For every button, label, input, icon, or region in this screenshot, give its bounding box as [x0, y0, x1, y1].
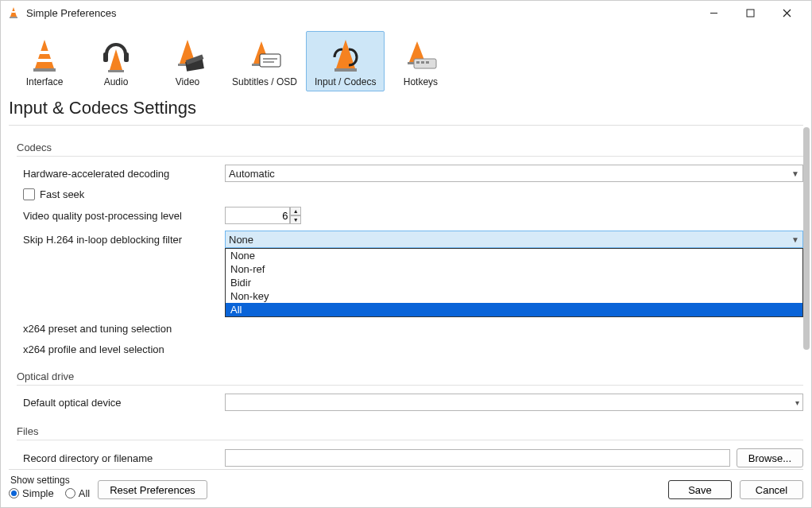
vqpp-label: Video quality post-processing level: [23, 210, 225, 222]
footer: Show settings Simple All Reset Preferenc…: [1, 470, 811, 507]
chevron-down-icon: ▼: [791, 169, 799, 178]
svg-rect-30: [421, 61, 424, 64]
category-label: Input / Codecs: [315, 76, 376, 87]
hotkeys-cone-icon: [401, 37, 439, 75]
optical-device-combo[interactable]: ▾: [225, 394, 803, 411]
skip-option-nonkey[interactable]: Non-key: [226, 289, 802, 303]
show-simple-label: Simple: [22, 487, 54, 499]
category-label: Interface: [26, 76, 64, 87]
svg-rect-4: [747, 10, 754, 17]
skip-filter-combo[interactable]: None ▼: [225, 231, 803, 248]
svg-rect-12: [124, 52, 129, 62]
subtitle-cone-icon: [246, 37, 284, 75]
svg-rect-9: [40, 51, 49, 54]
page-title: Input & Codecs Settings: [1, 91, 811, 122]
skip-option-none[interactable]: None: [226, 249, 802, 262]
hw-decode-value: Automatic: [229, 168, 275, 180]
checkbox-box: [23, 188, 35, 200]
category-label: Hotkeys: [404, 76, 438, 87]
clapboard-cone-icon: [168, 37, 207, 75]
svg-rect-1: [10, 17, 17, 18]
skip-option-all[interactable]: All: [226, 303, 802, 316]
window-title: Simple Preferences: [26, 7, 695, 19]
group-codecs: Codecs: [17, 142, 803, 157]
skip-filter-label: Skip H.264 in-loop deblocking filter: [23, 234, 225, 246]
x264-preset-label: x264 preset and tuning selection: [23, 323, 225, 335]
cancel-button[interactable]: Cancel: [740, 480, 803, 499]
category-video[interactable]: Video: [152, 31, 223, 91]
svg-rect-31: [426, 61, 429, 64]
skip-option-bidir[interactable]: Bidir: [226, 276, 802, 289]
record-dir-label: Record directory or filename: [23, 452, 225, 464]
skip-filter-dropdown: None Non-ref Bidir Non-key All: [225, 248, 803, 317]
headphones-cone-icon: [97, 37, 135, 75]
x264-profile-label: x264 profile and level selection: [23, 343, 225, 355]
show-all-radio[interactable]: [65, 488, 75, 498]
group-optical: Optical drive: [17, 370, 803, 386]
reset-preferences-button[interactable]: Reset Preferences: [98, 480, 207, 499]
category-audio[interactable]: Audio: [80, 31, 152, 91]
category-interface[interactable]: Interface: [9, 31, 80, 91]
cone-icon: [25, 37, 64, 75]
skip-filter-value: None: [229, 234, 253, 246]
settings-panel: Codecs Hardware-accelerated decoding Aut…: [1, 126, 811, 469]
svg-rect-29: [416, 61, 420, 64]
spin-down-button[interactable]: ▼: [290, 215, 301, 224]
save-button[interactable]: Save: [668, 480, 732, 499]
svg-rect-11: [103, 52, 108, 62]
hw-decode-combo[interactable]: Automatic ▼: [225, 165, 803, 182]
skip-option-nonref[interactable]: Non-ref: [226, 262, 802, 276]
show-all-label: All: [79, 487, 90, 499]
optical-device-label: Default optical device: [23, 397, 225, 409]
scrollbar[interactable]: [803, 127, 810, 350]
hw-decode-label: Hardware-accelerated decoding: [23, 168, 225, 180]
chevron-down-icon: ▼: [791, 235, 799, 244]
maximize-button[interactable]: [732, 2, 768, 24]
browse-button[interactable]: Browse...: [737, 448, 803, 467]
codec-cone-icon: [327, 37, 365, 75]
close-button[interactable]: [768, 2, 805, 24]
record-dir-input[interactable]: [225, 449, 730, 467]
fast-seek-label: Fast seek: [40, 188, 84, 200]
group-files: Files: [17, 425, 803, 440]
svg-marker-13: [110, 49, 122, 70]
minimize-button[interactable]: [695, 2, 732, 24]
chevron-down-icon: ▾: [795, 398, 799, 407]
show-simple-radio[interactable]: [9, 488, 19, 498]
svg-rect-2: [12, 11, 15, 13]
category-subtitles[interactable]: Subtitles / OSD: [223, 31, 306, 91]
svg-rect-25: [334, 68, 357, 72]
category-hotkeys[interactable]: Hotkeys: [385, 31, 456, 91]
svg-rect-14: [108, 70, 124, 72]
category-bar: Interface Audio Video Subtitles / OSD In…: [1, 25, 811, 91]
titlebar: Simple Preferences: [1, 1, 811, 25]
category-label: Video: [176, 76, 199, 87]
show-settings-label: Show settings: [10, 475, 90, 486]
category-label: Subtitles / OSD: [232, 76, 297, 87]
category-label: Audio: [104, 76, 129, 87]
vqpp-input[interactable]: [225, 207, 290, 224]
fast-seek-checkbox[interactable]: Fast seek: [12, 185, 803, 204]
svg-rect-21: [260, 54, 280, 67]
svg-rect-8: [33, 68, 56, 72]
app-icon: [7, 6, 20, 19]
category-input-codecs[interactable]: Input / Codecs: [306, 31, 385, 91]
svg-rect-10: [37, 59, 52, 62]
spin-up-button[interactable]: ▲: [290, 207, 301, 215]
